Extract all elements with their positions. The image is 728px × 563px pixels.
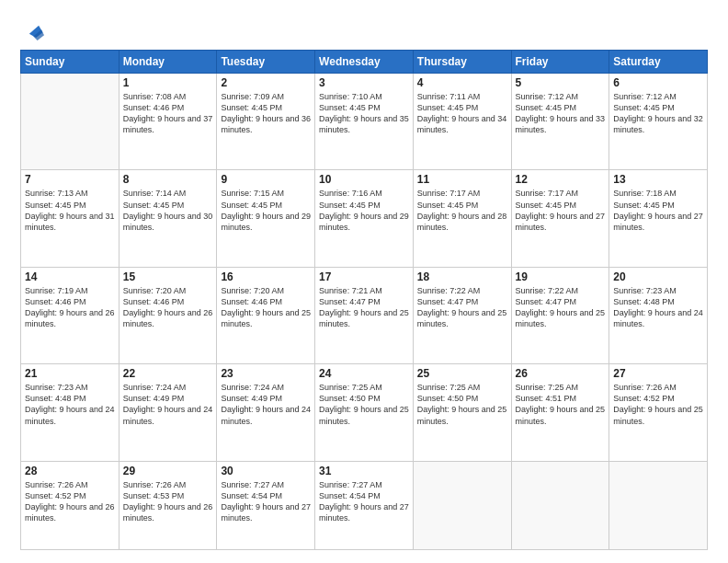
day-number: 16 bbox=[221, 270, 311, 283]
calendar-cell: 22Sunrise: 7:24 AMSunset: 4:49 PMDayligh… bbox=[119, 364, 217, 461]
logo-icon bbox=[24, 20, 44, 40]
day-info: Sunrise: 7:15 AMSunset: 4:45 PMDaylight:… bbox=[221, 188, 311, 233]
day-number: 9 bbox=[221, 173, 311, 186]
calendar-cell: 8Sunrise: 7:14 AMSunset: 4:45 PMDaylight… bbox=[119, 170, 217, 267]
day-info: Sunrise: 7:10 AMSunset: 4:45 PMDaylight:… bbox=[319, 91, 409, 136]
day-number: 3 bbox=[319, 76, 409, 89]
day-info: Sunrise: 7:20 AMSunset: 4:46 PMDaylight:… bbox=[221, 285, 311, 330]
day-number: 21 bbox=[25, 367, 115, 380]
calendar-cell: 21Sunrise: 7:23 AMSunset: 4:48 PMDayligh… bbox=[21, 364, 119, 461]
day-number: 7 bbox=[25, 173, 115, 186]
day-info: Sunrise: 7:12 AMSunset: 4:45 PMDaylight:… bbox=[613, 91, 703, 136]
calendar-cell: 29Sunrise: 7:26 AMSunset: 4:53 PMDayligh… bbox=[119, 461, 217, 549]
day-info: Sunrise: 7:26 AMSunset: 4:52 PMDaylight:… bbox=[613, 382, 703, 427]
calendar-cell bbox=[21, 74, 119, 170]
day-number: 11 bbox=[417, 173, 507, 186]
calendar-cell: 19Sunrise: 7:22 AMSunset: 4:47 PMDayligh… bbox=[511, 267, 609, 363]
day-info: Sunrise: 7:17 AMSunset: 4:45 PMDaylight:… bbox=[417, 188, 507, 233]
week-row-1: 7Sunrise: 7:13 AMSunset: 4:45 PMDaylight… bbox=[21, 170, 708, 267]
day-info: Sunrise: 7:13 AMSunset: 4:45 PMDaylight:… bbox=[25, 188, 115, 233]
day-info: Sunrise: 7:16 AMSunset: 4:45 PMDaylight:… bbox=[319, 188, 409, 233]
calendar-cell: 9Sunrise: 7:15 AMSunset: 4:45 PMDaylight… bbox=[217, 170, 315, 267]
weekday-header-tuesday: Tuesday bbox=[217, 51, 315, 74]
day-info: Sunrise: 7:11 AMSunset: 4:45 PMDaylight:… bbox=[417, 91, 507, 136]
calendar-cell: 13Sunrise: 7:18 AMSunset: 4:45 PMDayligh… bbox=[609, 170, 708, 267]
calendar-cell: 31Sunrise: 7:27 AMSunset: 4:54 PMDayligh… bbox=[315, 461, 414, 549]
day-info: Sunrise: 7:26 AMSunset: 4:52 PMDaylight:… bbox=[25, 479, 115, 524]
calendar-cell: 18Sunrise: 7:22 AMSunset: 4:47 PMDayligh… bbox=[413, 267, 511, 363]
day-number: 8 bbox=[123, 173, 213, 186]
week-row-0: 1Sunrise: 7:08 AMSunset: 4:46 PMDaylight… bbox=[21, 74, 708, 170]
calendar-cell: 28Sunrise: 7:26 AMSunset: 4:52 PMDayligh… bbox=[21, 461, 119, 549]
calendar-cell: 26Sunrise: 7:25 AMSunset: 4:51 PMDayligh… bbox=[511, 364, 609, 461]
day-number: 5 bbox=[516, 76, 606, 89]
calendar-cell: 15Sunrise: 7:20 AMSunset: 4:46 PMDayligh… bbox=[119, 267, 217, 363]
day-number: 20 bbox=[613, 270, 703, 283]
day-number: 4 bbox=[417, 76, 507, 89]
calendar-cell bbox=[609, 461, 708, 549]
calendar-cell: 3Sunrise: 7:10 AMSunset: 4:45 PMDaylight… bbox=[315, 74, 414, 170]
day-info: Sunrise: 7:24 AMSunset: 4:49 PMDaylight:… bbox=[221, 382, 311, 427]
calendar-cell bbox=[511, 461, 609, 549]
calendar-cell: 23Sunrise: 7:24 AMSunset: 4:49 PMDayligh… bbox=[217, 364, 315, 461]
day-info: Sunrise: 7:27 AMSunset: 4:54 PMDaylight:… bbox=[221, 479, 311, 524]
day-info: Sunrise: 7:22 AMSunset: 4:47 PMDaylight:… bbox=[417, 285, 507, 330]
day-number: 18 bbox=[417, 270, 507, 283]
weekday-header-wednesday: Wednesday bbox=[315, 51, 414, 74]
calendar-cell: 5Sunrise: 7:12 AMSunset: 4:45 PMDaylight… bbox=[511, 74, 609, 170]
calendar-cell: 27Sunrise: 7:26 AMSunset: 4:52 PMDayligh… bbox=[609, 364, 708, 461]
calendar-cell: 30Sunrise: 7:27 AMSunset: 4:54 PMDayligh… bbox=[217, 461, 315, 549]
day-number: 14 bbox=[25, 270, 115, 283]
day-info: Sunrise: 7:14 AMSunset: 4:45 PMDaylight:… bbox=[123, 188, 213, 233]
calendar-table: SundayMondayTuesdayWednesdayThursdayFrid… bbox=[20, 50, 708, 550]
day-info: Sunrise: 7:19 AMSunset: 4:46 PMDaylight:… bbox=[25, 285, 115, 330]
day-number: 26 bbox=[516, 367, 606, 380]
weekday-header-friday: Friday bbox=[511, 51, 609, 74]
day-info: Sunrise: 7:21 AMSunset: 4:47 PMDaylight:… bbox=[319, 285, 409, 330]
day-number: 15 bbox=[123, 270, 213, 283]
header bbox=[20, 17, 708, 40]
day-number: 13 bbox=[613, 173, 703, 186]
day-info: Sunrise: 7:18 AMSunset: 4:45 PMDaylight:… bbox=[613, 188, 703, 233]
page: SundayMondayTuesdayWednesdayThursdayFrid… bbox=[0, 0, 728, 563]
day-info: Sunrise: 7:22 AMSunset: 4:47 PMDaylight:… bbox=[516, 285, 606, 330]
day-info: Sunrise: 7:27 AMSunset: 4:54 PMDaylight:… bbox=[319, 479, 409, 524]
day-number: 27 bbox=[613, 367, 703, 380]
calendar-cell: 2Sunrise: 7:09 AMSunset: 4:45 PMDaylight… bbox=[217, 74, 315, 170]
day-info: Sunrise: 7:20 AMSunset: 4:46 PMDaylight:… bbox=[123, 285, 213, 330]
day-info: Sunrise: 7:25 AMSunset: 4:50 PMDaylight:… bbox=[417, 382, 507, 427]
day-number: 25 bbox=[417, 367, 507, 380]
day-number: 31 bbox=[319, 465, 409, 477]
calendar-cell: 7Sunrise: 7:13 AMSunset: 4:45 PMDaylight… bbox=[21, 170, 119, 267]
day-info: Sunrise: 7:23 AMSunset: 4:48 PMDaylight:… bbox=[613, 285, 703, 330]
calendar-cell: 14Sunrise: 7:19 AMSunset: 4:46 PMDayligh… bbox=[21, 267, 119, 363]
day-info: Sunrise: 7:08 AMSunset: 4:46 PMDaylight:… bbox=[123, 91, 213, 136]
week-row-3: 21Sunrise: 7:23 AMSunset: 4:48 PMDayligh… bbox=[21, 364, 708, 461]
day-number: 29 bbox=[123, 465, 213, 477]
day-info: Sunrise: 7:17 AMSunset: 4:45 PMDaylight:… bbox=[516, 188, 606, 233]
week-row-4: 28Sunrise: 7:26 AMSunset: 4:52 PMDayligh… bbox=[21, 461, 708, 549]
day-number: 24 bbox=[319, 367, 409, 380]
weekday-header-saturday: Saturday bbox=[609, 51, 708, 74]
weekday-header-sunday: Sunday bbox=[21, 51, 119, 74]
calendar-cell: 20Sunrise: 7:23 AMSunset: 4:48 PMDayligh… bbox=[609, 267, 708, 363]
day-number: 30 bbox=[221, 465, 311, 477]
calendar-cell: 25Sunrise: 7:25 AMSunset: 4:50 PMDayligh… bbox=[413, 364, 511, 461]
day-number: 17 bbox=[319, 270, 409, 283]
calendar-cell: 11Sunrise: 7:17 AMSunset: 4:45 PMDayligh… bbox=[413, 170, 511, 267]
day-info: Sunrise: 7:25 AMSunset: 4:50 PMDaylight:… bbox=[319, 382, 409, 427]
week-row-2: 14Sunrise: 7:19 AMSunset: 4:46 PMDayligh… bbox=[21, 267, 708, 363]
day-number: 19 bbox=[516, 270, 606, 283]
day-info: Sunrise: 7:09 AMSunset: 4:45 PMDaylight:… bbox=[221, 91, 311, 136]
day-info: Sunrise: 7:26 AMSunset: 4:53 PMDaylight:… bbox=[123, 479, 213, 524]
calendar-cell: 6Sunrise: 7:12 AMSunset: 4:45 PMDaylight… bbox=[609, 74, 708, 170]
weekday-header-monday: Monday bbox=[119, 51, 217, 74]
day-number: 1 bbox=[123, 76, 213, 89]
day-number: 12 bbox=[516, 173, 606, 186]
calendar-cell: 4Sunrise: 7:11 AMSunset: 4:45 PMDaylight… bbox=[413, 74, 511, 170]
day-info: Sunrise: 7:25 AMSunset: 4:51 PMDaylight:… bbox=[516, 382, 606, 427]
calendar-cell: 24Sunrise: 7:25 AMSunset: 4:50 PMDayligh… bbox=[315, 364, 414, 461]
weekday-header-row: SundayMondayTuesdayWednesdayThursdayFrid… bbox=[21, 51, 708, 74]
calendar-cell: 1Sunrise: 7:08 AMSunset: 4:46 PMDaylight… bbox=[119, 74, 217, 170]
day-number: 23 bbox=[221, 367, 311, 380]
